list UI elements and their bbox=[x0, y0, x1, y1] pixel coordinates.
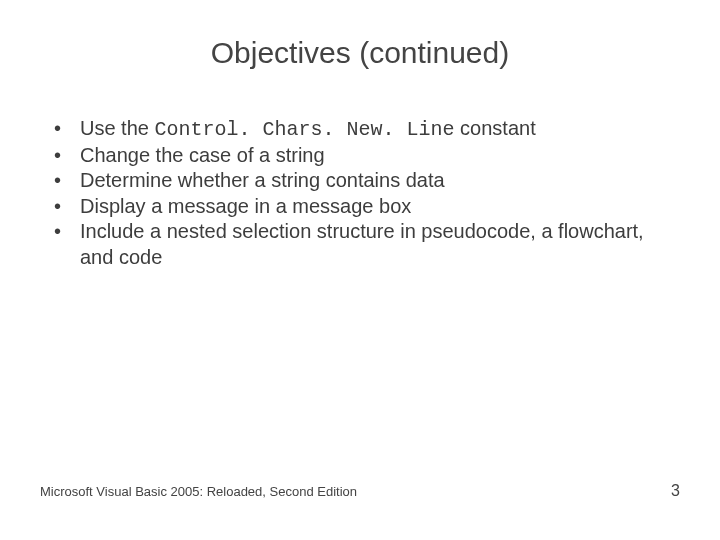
slide: Objectives (continued) Use the Control. … bbox=[0, 0, 720, 540]
list-item-text: Include a nested selection structure in … bbox=[80, 220, 649, 268]
list-item: Include a nested selection structure in … bbox=[54, 219, 680, 270]
list-item: Display a message in a message box bbox=[54, 194, 680, 220]
list-item-text: Change the case of a string bbox=[80, 144, 325, 166]
list-item: Use the Control. Chars. New. Line consta… bbox=[54, 116, 680, 143]
slide-footer: Microsoft Visual Basic 2005: Reloaded, S… bbox=[40, 482, 680, 500]
footer-text: Microsoft Visual Basic 2005: Reloaded, S… bbox=[40, 484, 357, 499]
page-number: 3 bbox=[671, 482, 680, 500]
list-item: Change the case of a string bbox=[54, 143, 680, 169]
list-item: Determine whether a string contains data bbox=[54, 168, 680, 194]
list-item-text: Use the Control. Chars. New. Line consta… bbox=[80, 117, 536, 139]
bullet-list: Use the Control. Chars. New. Line consta… bbox=[40, 116, 680, 271]
slide-title: Objectives (continued) bbox=[40, 36, 680, 70]
list-item-text: Determine whether a string contains data bbox=[80, 169, 445, 191]
list-item-text: Display a message in a message box bbox=[80, 195, 411, 217]
